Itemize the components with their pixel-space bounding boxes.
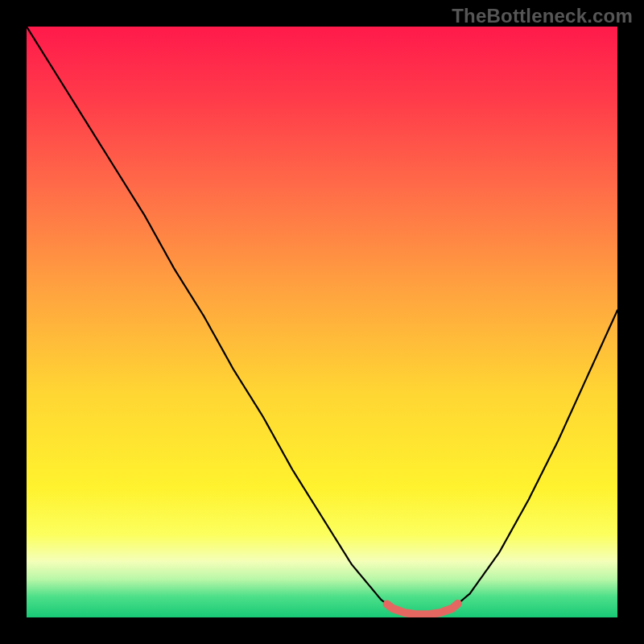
chart-frame: TheBottleneck.com <box>0 0 644 644</box>
watermark-text: TheBottleneck.com <box>452 5 633 27</box>
plot-background <box>27 27 617 617</box>
chart-svg <box>0 0 644 644</box>
